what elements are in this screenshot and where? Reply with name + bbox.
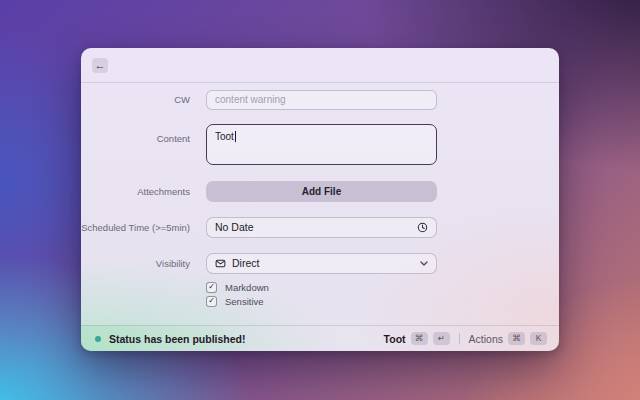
cmd-keycap: ⌘ [508, 332, 525, 345]
cw-label: CW [81, 94, 190, 105]
sensitive-checkbox-label: Sensitive [225, 296, 264, 307]
attachments-label: Attechments [81, 186, 190, 197]
status-message: Status has been published! [109, 333, 246, 345]
date-value: No Date [215, 221, 254, 233]
content-label: Content [81, 124, 190, 144]
check-icon: ✓ [208, 283, 215, 291]
window-header: ← [81, 48, 559, 83]
cw-row: CW [81, 89, 559, 110]
compose-toot-window: ← CW Content Toot Attechments Add File S… [81, 48, 559, 351]
footer-divider [459, 333, 460, 344]
back-arrow-icon: ← [95, 60, 106, 71]
cmd-keycap: ⌘ [411, 332, 428, 345]
markdown-checkbox-label: Markdown [225, 282, 269, 293]
k-keycap: K [530, 332, 547, 345]
footer-bar: Status has been published! Toot ⌘ ↵ Acti… [81, 325, 559, 351]
clock-icon [417, 222, 428, 233]
actions-menu-button[interactable]: Actions [469, 333, 503, 345]
toast-status: Status has been published! [95, 333, 246, 345]
back-button[interactable]: ← [92, 58, 108, 73]
envelope-icon [215, 258, 226, 269]
visibility-row: Visibility Direct [81, 253, 559, 274]
sensitive-checkbox[interactable]: ✓ [206, 296, 217, 307]
visibility-value: Direct [232, 257, 259, 269]
text-caret [235, 131, 236, 142]
visibility-dropdown[interactable]: Direct [206, 253, 437, 274]
content-row: Content Toot [81, 124, 559, 165]
markdown-checkbox-row: ✓ Markdown [206, 282, 559, 293]
sensitive-checkbox-row: ✓ Sensitive [206, 296, 559, 307]
date-picker-field[interactable]: No Date [206, 217, 437, 238]
markdown-checkbox[interactable]: ✓ [206, 282, 217, 293]
check-icon: ✓ [208, 297, 215, 305]
content-textarea[interactable]: Toot [206, 124, 437, 165]
compose-form: CW Content Toot Attechments Add File Sch… [81, 89, 559, 307]
attachments-row: Attechments Add File [81, 181, 559, 202]
visibility-label: Visibility [81, 258, 190, 269]
return-keycap: ↵ [433, 332, 450, 345]
scheduled-time-label: Scheduled Time (>=5min) [81, 222, 190, 233]
content-warning-input[interactable] [206, 90, 437, 110]
toot-action-button[interactable]: Toot [384, 333, 406, 345]
add-file-button[interactable]: Add File [206, 181, 437, 202]
chevron-down-icon [420, 261, 428, 266]
scheduled-time-row: Scheduled Time (>=5min) No Date [81, 217, 559, 238]
content-text: Toot [215, 131, 234, 142]
status-dot-icon [95, 336, 101, 342]
footer-actions: Toot ⌘ ↵ Actions ⌘ K [384, 332, 547, 345]
